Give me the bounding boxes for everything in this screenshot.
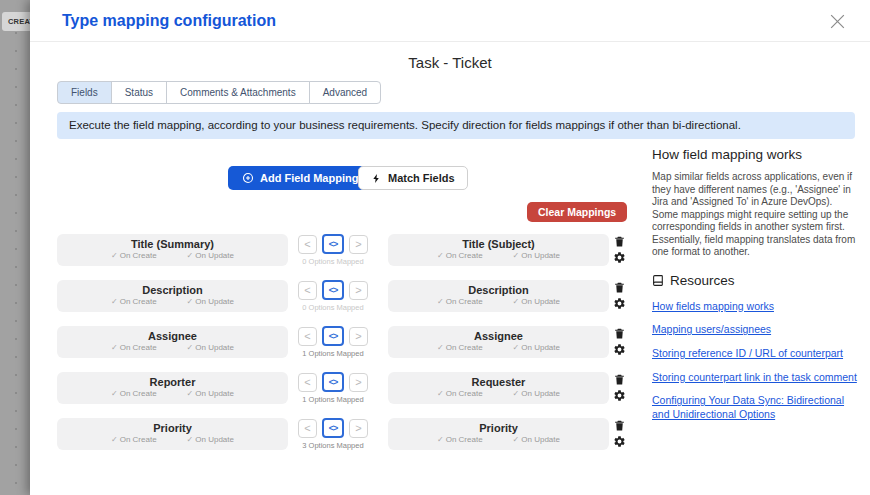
direction-right-button[interactable]: > bbox=[349, 281, 368, 300]
on-create-flag: ✓On Create bbox=[437, 251, 483, 260]
direction-right-button[interactable]: > bbox=[349, 235, 368, 254]
direction-right-button[interactable]: > bbox=[349, 327, 368, 346]
book-icon bbox=[652, 274, 665, 287]
direction-left-button[interactable]: < bbox=[298, 235, 317, 254]
delete-mapping-icon[interactable] bbox=[612, 418, 626, 433]
add-field-mapping-button[interactable]: Add Field Mapping bbox=[228, 166, 372, 190]
options-mapped-label: 0 Options Mapped bbox=[293, 303, 373, 312]
direction-bidirectional-button[interactable]: <> bbox=[322, 234, 344, 254]
field-name: Description bbox=[57, 284, 288, 296]
source-field-card[interactable]: Description ✓On Create ✓On Update bbox=[57, 280, 288, 312]
direction-left-button[interactable]: < bbox=[298, 419, 317, 438]
direction-bidirectional-button[interactable]: <> bbox=[322, 372, 344, 392]
on-update-flag: ✓On Update bbox=[187, 343, 234, 352]
field-name: Assignee bbox=[57, 330, 288, 342]
mapping-settings-gear-icon[interactable] bbox=[612, 434, 626, 449]
direction-right-button[interactable]: > bbox=[349, 373, 368, 392]
resource-links: How fields mapping works Mapping users/a… bbox=[652, 299, 858, 422]
source-field-card[interactable]: Priority ✓On Create ✓On Update bbox=[57, 418, 288, 450]
tab-comments-attachments[interactable]: Comments & Attachments bbox=[166, 81, 310, 104]
target-field-card[interactable]: Priority ✓On Create ✓On Update bbox=[388, 418, 609, 450]
on-update-flag: ✓On Update bbox=[187, 297, 234, 306]
field-name: Title (Subject) bbox=[388, 238, 609, 250]
plus-circle-icon bbox=[242, 172, 254, 184]
close-button[interactable] bbox=[826, 10, 848, 32]
link-configuring-data-sync[interactable]: Configuring Your Data Sync: Bidirectiona… bbox=[652, 393, 858, 421]
tab-fields[interactable]: Fields bbox=[57, 81, 112, 104]
on-update-flag: ✓On Update bbox=[187, 251, 234, 260]
check-icon: ✓ bbox=[437, 251, 444, 260]
direction-bidirectional-button[interactable]: <> bbox=[322, 326, 344, 346]
check-icon: ✓ bbox=[437, 435, 444, 444]
mapping-settings-gear-icon[interactable] bbox=[612, 296, 626, 311]
type-mapping-modal: Type mapping configuration Task - Ticket… bbox=[30, 0, 870, 495]
target-field-card[interactable]: Title (Subject) ✓On Create ✓On Update bbox=[388, 234, 609, 266]
target-field-card[interactable]: Assignee ✓On Create ✓On Update bbox=[388, 326, 609, 358]
tab-bar: Fields Status Comments & Attachments Adv… bbox=[57, 81, 381, 104]
delete-mapping-icon[interactable] bbox=[612, 372, 626, 387]
direction-controls: < <> > 3 Options Mapped bbox=[293, 418, 373, 450]
on-update-flag: ✓On Update bbox=[187, 389, 234, 398]
on-create-flag: ✓On Create bbox=[437, 435, 483, 444]
check-icon: ✓ bbox=[111, 297, 118, 306]
check-icon: ✓ bbox=[437, 297, 444, 306]
link-how-fields-mapping-works[interactable]: How fields mapping works bbox=[652, 299, 858, 313]
check-icon: ✓ bbox=[111, 343, 118, 352]
on-update-flag: ✓On Update bbox=[513, 343, 560, 352]
on-update-flag: ✓On Update bbox=[513, 435, 560, 444]
link-storing-reference-id[interactable]: Storing reference ID / URL of counterpar… bbox=[652, 346, 858, 360]
help-panel: How field mapping works Map similar fiel… bbox=[652, 147, 858, 431]
direction-right-button[interactable]: > bbox=[349, 419, 368, 438]
tab-advanced[interactable]: Advanced bbox=[309, 81, 381, 104]
field-name: Description bbox=[388, 284, 609, 296]
check-icon: ✓ bbox=[111, 435, 118, 444]
on-create-flag: ✓On Create bbox=[437, 343, 483, 352]
mapping-settings-gear-icon[interactable] bbox=[612, 250, 626, 265]
target-field-card[interactable]: Requester ✓On Create ✓On Update bbox=[388, 372, 609, 404]
delete-mapping-icon[interactable] bbox=[612, 326, 626, 341]
mapping-settings-gear-icon[interactable] bbox=[612, 342, 626, 357]
direction-bidirectional-button[interactable]: <> bbox=[322, 280, 344, 300]
direction-bidirectional-button[interactable]: <> bbox=[322, 418, 344, 438]
on-create-flag: ✓On Create bbox=[111, 435, 157, 444]
check-icon: ✓ bbox=[513, 435, 520, 444]
link-storing-counterpart-link[interactable]: Storing counterpart link in the task com… bbox=[652, 370, 858, 384]
on-update-flag: ✓On Update bbox=[513, 389, 560, 398]
clear-mappings-button[interactable]: Clear Mappings bbox=[527, 202, 627, 222]
direction-controls: < <> > 0 Options Mapped bbox=[293, 234, 373, 266]
options-mapped-label: 0 Options Mapped bbox=[293, 257, 373, 266]
on-create-flag: ✓On Create bbox=[437, 297, 483, 306]
on-update-flag: ✓On Update bbox=[187, 435, 234, 444]
mapping-row-description: Description ✓On Create ✓On Update < <> >… bbox=[57, 280, 657, 313]
match-fields-label: Match Fields bbox=[388, 172, 455, 184]
check-icon: ✓ bbox=[187, 251, 194, 260]
delete-mapping-icon[interactable] bbox=[612, 280, 626, 295]
on-create-flag: ✓On Create bbox=[111, 297, 157, 306]
on-update-flag: ✓On Update bbox=[513, 251, 560, 260]
add-field-mapping-label: Add Field Mapping bbox=[260, 172, 358, 184]
source-field-card[interactable]: Title (Summary) ✓On Create ✓On Update bbox=[57, 234, 288, 266]
link-mapping-users-assignees[interactable]: Mapping users/assignees bbox=[652, 322, 858, 336]
direction-left-button[interactable]: < bbox=[298, 281, 317, 300]
info-banner: Execute the field mapping, according to … bbox=[57, 112, 855, 139]
mapping-settings-gear-icon[interactable] bbox=[612, 388, 626, 403]
check-icon: ✓ bbox=[513, 389, 520, 398]
mapping-pair-title: Task - Ticket bbox=[30, 54, 870, 71]
lightning-icon bbox=[371, 173, 382, 184]
tab-status[interactable]: Status bbox=[111, 81, 167, 104]
delete-mapping-icon[interactable] bbox=[612, 234, 626, 249]
source-field-card[interactable]: Assignee ✓On Create ✓On Update bbox=[57, 326, 288, 358]
field-name: Title (Summary) bbox=[57, 238, 288, 250]
on-update-flag: ✓On Update bbox=[513, 297, 560, 306]
source-field-card[interactable]: Reporter ✓On Create ✓On Update bbox=[57, 372, 288, 404]
options-mapped-label: 1 Options Mapped bbox=[293, 395, 373, 404]
resources-heading: Resources bbox=[652, 273, 858, 288]
check-icon: ✓ bbox=[187, 389, 194, 398]
target-field-card[interactable]: Description ✓On Create ✓On Update bbox=[388, 280, 609, 312]
direction-left-button[interactable]: < bbox=[298, 373, 317, 392]
check-icon: ✓ bbox=[513, 297, 520, 306]
match-fields-button[interactable]: Match Fields bbox=[358, 166, 468, 190]
modal-title: Type mapping configuration bbox=[62, 12, 276, 30]
direction-left-button[interactable]: < bbox=[298, 327, 317, 346]
check-icon: ✓ bbox=[111, 251, 118, 260]
